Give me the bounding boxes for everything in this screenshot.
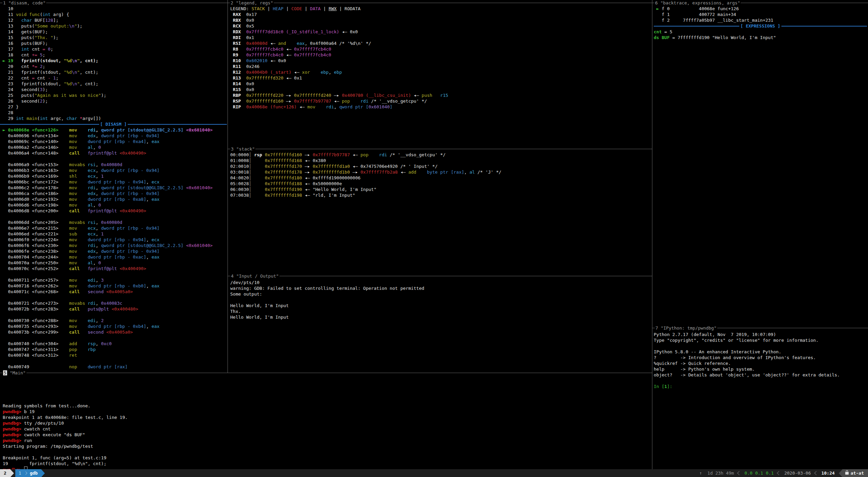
pane-input-output[interactable]: /dev/pts/10warning: GDB: Failed to set c… (230, 280, 651, 320)
tmux-screen: 1 "disasm, code" 2 "legend, regs" 6 "bac… (0, 0, 868, 477)
terminal-line: 02:0010│ 0x7fffffffd170 —▸ 0x7fffffffd1a… (230, 163, 651, 169)
pane-title-main: 5 "Main" (2, 370, 26, 376)
terminal-line (230, 297, 651, 303)
terminal-line: RBX 0x0 (230, 17, 651, 23)
terminal-line (3, 397, 649, 403)
terminal-line: 28 (0, 110, 227, 116)
terminal-line: 26 second(2); (0, 98, 227, 104)
terminal-line (0, 214, 227, 219)
terminal-line: Hello World, I'm Input (230, 314, 651, 320)
uptime-indicator: ↑ 1d 23h 49m (700, 470, 734, 476)
terminal-line: 25 puts("Again as it was so nice"); (0, 92, 227, 98)
terminal-line: 0x4006c2 <func+178> mov rdi, qword ptr [… (0, 185, 227, 191)
terminal-line: 00:0000│ rsp 0x7fffffffd160 —▸ 0x7ffff7b… (230, 152, 651, 158)
border-line (0, 373, 2, 373)
pane-ipython[interactable]: Python 2.7.17 (default, Nov 7 2019, 10:0… (654, 332, 867, 389)
pane-main-gdb[interactable]: Reading symbols from test...done.pwndbg>… (3, 380, 649, 472)
border-line (46, 3, 228, 3)
terminal-line: 07:0038│ 0x7fffffffd198 ◂— "rld, I'm Inp… (230, 192, 651, 198)
terminal-line: 21 fprintf(stdout, "%d\n", cnt); (0, 69, 227, 75)
terminal-line: 0x4006ca <func+186> mov edx, dword ptr [… (0, 191, 227, 196)
terminal-line: 0x4006ed <func+221> sub ecx, 1 (0, 231, 227, 237)
powerline-arrow-icon (41, 469, 45, 477)
tmux-window-tab-gdb[interactable]: 1 gdb (15, 469, 41, 477)
terminal-line: RCX 0x5 (230, 23, 651, 29)
terminal-line: 0x400704 <func+244> mov dword ptr [rbp -… (0, 254, 227, 260)
pane-legend-regs[interactable]: LEGEND: STACK | HEAP | CODE | DATA | RWX… (230, 6, 651, 110)
terminal-line (0, 335, 227, 341)
tmux-session-badge[interactable]: 2 (0, 469, 10, 477)
terminal-line: 0x4006f6 <func+230> mov rdi, qword ptr [… (0, 243, 227, 248)
terminal-line: %quickref -> Quick reference. (654, 360, 867, 366)
terminal-line: 0x4006bc <func+172> mov dword ptr [rbp -… (0, 179, 227, 185)
chevron-left-icon (737, 471, 741, 475)
terminal-line: 22 cnt = cnt - 1; (0, 75, 227, 81)
pane-title-ipython: 7 "IPython: tmp/pwndbg" (655, 325, 717, 331)
terminal-line: Starting program: /tmp/pwndbg/test (3, 443, 649, 449)
pane-border-ipython: 7 "IPython: tmp/pwndbg" (652, 325, 868, 331)
terminal-line: 14 gets(BUF); (0, 29, 227, 35)
terminal-line: /dev/pts/10 (230, 280, 651, 285)
terminal-line: 0x400711 <func+257> mov edi, 3 (0, 277, 227, 283)
terminal-line (3, 386, 649, 391)
terminal-line: 0x400747 <func+311> pop rbp (0, 347, 227, 352)
terminal-line (3, 380, 649, 386)
terminal-line: 05:0028│ 0x7fffffffd188 ◂— 0x50000000e (230, 181, 651, 187)
terminal-line: ► 19 fprintf(stdout, "%d\n", cnt); (0, 58, 227, 64)
active-pane-number: 5 (3, 370, 7, 375)
terminal-line: object? -> Details about 'object', use '… (654, 372, 867, 378)
status-time: 10:24 (821, 470, 835, 476)
pane-stack[interactable]: 00:0000│ rsp 0x7fffffffd160 —▸ 0x7ffff7b… (230, 152, 651, 198)
terminal-line: pwndbg> b 19 (3, 409, 649, 414)
terminal-line: ► 0x40068e <func+126> mov rdi, qword ptr… (0, 127, 227, 133)
terminal-line: 10 (0, 6, 227, 12)
terminal-line: LEGEND: STACK | HEAP | CODE | DATA | RWX… (230, 6, 651, 12)
status-date: 2020-03-06 (784, 470, 811, 476)
context-separator: [ DISASM ] (0, 121, 227, 127)
terminal-line: Thx. (230, 308, 651, 314)
terminal-line: 23 fprintf(stdout, "%d\n", cnt); (0, 81, 227, 87)
terminal-line: R11 0x246 (230, 64, 651, 69)
pane-border-main: 5 "Main" (0, 370, 652, 376)
border-line (228, 3, 230, 3)
pane-border-legend-regs: 2 "legend, regs" (228, 0, 652, 6)
terminal-line: help -> Python's own help system. (654, 366, 867, 372)
terminal-line: 20 cnt *= 2; (0, 64, 227, 69)
up-arrow-icon: ↑ (700, 471, 702, 476)
terminal-line (0, 295, 227, 300)
powerline-arrow-icon (839, 469, 843, 477)
terminal-line: R9 0x7ffff7fcb4c0 ◂— 0x7ffff7fcb4c0 (230, 52, 651, 58)
terminal-line: R15 0x0 (230, 87, 651, 92)
powerline-arrow-icon (10, 469, 14, 477)
terminal-line: pwndbg> cwatch cnt (3, 426, 649, 432)
terminal-line: 0x400716 <func+262> mov dword ptr [rbp -… (0, 283, 227, 289)
hostname: at-at (851, 470, 864, 476)
terminal-line: 18 cnt += 5; (0, 52, 227, 58)
terminal-line: 01:0008│ 0x7fffffffd168 ◂— 0x380 (230, 158, 651, 163)
terminal-line: 15 puts("Thx. "); (0, 35, 227, 40)
terminal-line: Hello World, I'm Input (230, 303, 651, 308)
terminal-line (0, 156, 227, 162)
pane-disasm-code[interactable]: 10 11 void func(int arg) { 12 char BUF[1… (0, 6, 227, 370)
terminal-line: 0x4006d8 <func+200> call fprintf@plt <0x… (0, 208, 227, 214)
terminal-line: 0x4006a2 <func+146> mov al, 0 (0, 144, 227, 150)
terminal-line: RBP 0x7fffffffd220 —▸ 0x7fffffffd240 —▸ … (230, 92, 651, 98)
terminal-line: 0x40070a <func+250> mov al, 0 (0, 260, 227, 266)
terminal-line: RDX 0x7ffff7dd18c0 (_IO_stdfile_1_lock) … (230, 29, 651, 35)
terminal-line: RIP 0x40068e (func+126) ◂— mov rdi, qwor… (230, 104, 651, 110)
terminal-line: 0x400730 <func+288> mov edi, 2 (0, 318, 227, 323)
terminal-line: 0x4006d0 <func+192> mov dword ptr [rbp -… (0, 196, 227, 202)
terminal-line: 06:0030│ 0x7fffffffd190 ◂— "Hello World,… (230, 187, 651, 192)
pane-backtrace-expressions[interactable]: ► f 0 40068e func+126 f 1 400772 main+34… (654, 6, 867, 40)
terminal-line: 0x4006a9 <func+153> movabs rsi, 0x40080d (0, 162, 227, 167)
chevron-right-icon (24, 472, 27, 475)
terminal-line: 27 } (0, 104, 227, 110)
terminal-line: R8 0x7ffff7fcb4c0 ◂— 0x7ffff7fcb4c0 (230, 46, 651, 52)
terminal-line (0, 358, 227, 364)
terminal-line (0, 312, 227, 318)
terminal-line (3, 391, 649, 397)
border-line (652, 328, 655, 328)
terminal-line: pwndbg> run (3, 438, 649, 443)
border-line (279, 276, 652, 276)
terminal-line: Breakpoint 1 at 0x40068e: file test.c, l… (3, 414, 649, 420)
